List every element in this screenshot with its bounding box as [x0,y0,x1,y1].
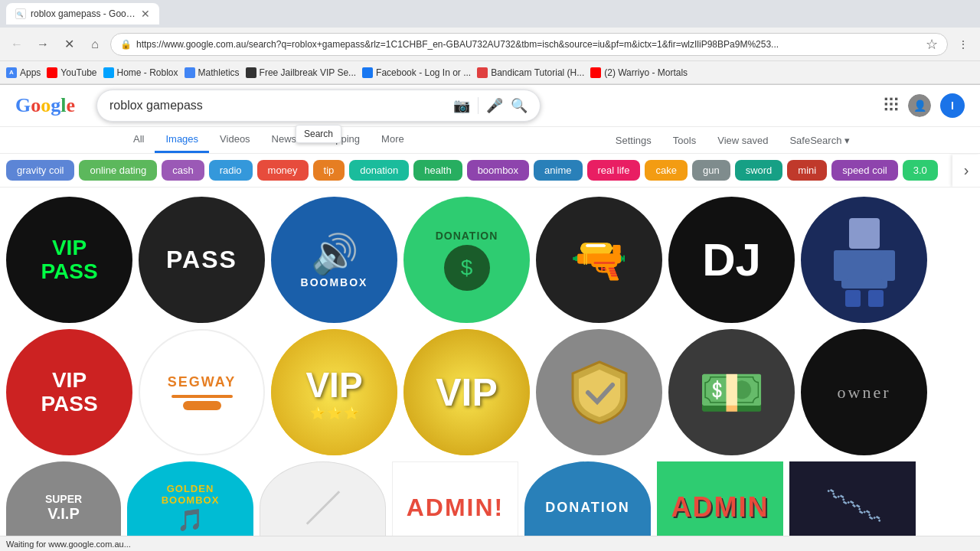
filter-chips-scroll: gravity coil online dating cash radio mo… [0,154,952,187]
svg-rect-15 [868,290,884,307]
status-bar: Waiting for www.google.com.au... [0,536,980,551]
svg-rect-11 [841,250,887,289]
filter-chip-anime[interactable]: anime [534,160,582,181]
svg-rect-1 [885,97,887,99]
image-item-boombox-blue[interactable]: 🔊 BOOMBOX [271,197,397,323]
filter-chip-real-life[interactable]: real life [587,160,641,181]
user-profile-icon[interactable]: 👤 [908,94,931,117]
secure-icon: 🔒 [120,39,132,50]
filter-chips-row: gravity coil online dating cash radio mo… [0,154,980,187]
svg-rect-12 [834,250,848,281]
filter-chip-tip[interactable]: tip [313,160,345,181]
header-right: 👤 I [884,93,965,118]
safesearch-btn[interactable]: SafeSearch ▾ [782,130,858,151]
filter-chip-sword[interactable]: sword [735,160,783,181]
search-icon[interactable]: 🔍 [511,97,528,114]
image-row-1: VIP PASS PASS 🔊 BOOMBOX DONATION $ [6,197,974,323]
extensions-button[interactable]: ⋮ [952,34,974,55]
image-item-vip-pass-green[interactable]: VIP PASS [6,197,132,323]
bookmark-facebook[interactable]: Facebook - Log In or ... [362,67,471,78]
bookmark-bandicam[interactable]: Bandicam Tutorial (H... [477,67,584,78]
svg-rect-14 [845,290,861,307]
svg-rect-9 [895,108,897,110]
image-item-vip-yellow-1[interactable]: VIP ⭐⭐⭐ [271,329,397,455]
view-saved-btn[interactable]: View saved [710,130,776,151]
nav-tabs-bar: All Images Videos News Shopping More Set… [0,127,980,154]
image-item-money-stacks[interactable]: 💵 [668,329,795,455]
tab-images[interactable]: Images [155,127,209,153]
svg-rect-4 [885,103,887,105]
tab-videos[interactable]: Videos [209,127,261,153]
filter-chip-donation[interactable]: donation [349,160,409,181]
filter-chip-money[interactable]: money [257,160,309,181]
bookmark-jailbreak[interactable]: Free Jailbreak VIP Se... [246,67,357,78]
image-item-vip-pass-red[interactable]: VIP PASS [6,329,132,455]
svg-rect-6 [895,103,897,105]
microphone-icon[interactable]: 🎤 [486,97,503,114]
image-item-pass-black[interactable]: PASS [139,197,265,323]
image-row-2: VIP PASS SEGWAY VIP ⭐⭐⭐ [6,329,974,455]
svg-rect-8 [890,108,892,110]
settings-btn[interactable]: Settings [608,130,659,151]
camera-icon[interactable]: 📷 [453,97,470,114]
filter-chip-boombox[interactable]: boombox [467,160,529,181]
bookmark-youtube[interactable]: YouTube [47,67,96,78]
reload-button[interactable]: ✕ [58,34,80,55]
filter-chip-cake[interactable]: cake [645,160,687,181]
image-item-roblox-char[interactable] [801,197,927,323]
toolbar: ← → ✕ ⌂ 🔒 https://www.google.com.au/sear… [0,28,980,61]
status-text: Waiting for www.google.com.au... [6,540,131,549]
svg-rect-13 [881,250,895,281]
filter-chip-health[interactable]: health [413,160,462,181]
svg-rect-5 [890,103,892,105]
bookmark-star-icon[interactable]: ☆ [926,36,938,53]
tools-btn[interactable]: Tools [665,130,704,151]
image-item-gun-black[interactable]: 🔫 [536,197,662,323]
tab-bar: 🔍 roblox gamepass - Google Search ✕ [0,0,980,28]
filter-chip-mini[interactable]: mini [787,160,827,181]
tab-close-btn[interactable]: ✕ [141,8,150,20]
bookmark-roblox[interactable]: Home - Roblox [103,67,178,78]
google-header: Google roblox gamepass 📷 🎤 🔍 Search [0,85,980,127]
bookmark-apps[interactable]: A Apps [6,67,41,78]
search-bar-container: roblox gamepass 📷 🎤 🔍 Search [96,90,541,122]
filter-chip-3-0[interactable]: 3.0 [903,160,938,181]
search-query-text: roblox gamepass [109,99,446,112]
filter-chip-radio[interactable]: radio [209,160,253,181]
filter-chip-online-dating[interactable]: online dating [79,160,157,181]
svg-text:🔍: 🔍 [17,11,24,18]
image-grid: VIP PASS PASS 🔊 BOOMBOX DONATION $ [0,187,980,551]
filter-chip-speed-coil[interactable]: speed coil [831,160,898,181]
image-item-dj-black[interactable]: DJ [668,197,795,323]
svg-rect-7 [885,108,887,110]
address-bar[interactable]: 🔒 https://www.google.com.au/search?q=rob… [110,33,948,56]
filter-scroll-right-btn[interactable]: › [952,155,980,187]
address-text: https://www.google.com.au/search?q=roblo… [136,39,921,50]
filter-chip-cash[interactable]: cash [162,160,204,181]
page-content: Google roblox gamepass 📷 🎤 🔍 Search [0,85,980,551]
apps-grid-icon[interactable] [884,96,899,116]
tab-all[interactable]: All [122,127,155,153]
home-button[interactable]: ⌂ [84,34,106,55]
tab-title: roblox gamepass - Google Search [31,8,136,19]
filter-chip-gravity-coil[interactable]: gravity coil [6,160,74,181]
bookmark-warriyo[interactable]: (2) Warriyo - Mortals [590,67,688,78]
user-avatar[interactable]: I [940,93,965,118]
filter-chip-gun[interactable]: gun [692,160,730,181]
image-item-donation-green[interactable]: DONATION $ [403,197,530,323]
svg-rect-10 [849,218,880,249]
tab-more[interactable]: More [371,127,415,153]
active-tab[interactable]: 🔍 roblox gamepass - Google Search ✕ [6,3,159,24]
image-item-owner-dark[interactable]: owner [801,329,927,455]
back-button[interactable]: ← [6,34,28,55]
image-item-shield-gold[interactable] [536,329,662,455]
image-item-vip-yellow-2[interactable]: VIP [403,329,530,455]
bookmark-mathletics[interactable]: Mathletics [185,67,240,78]
image-item-segway[interactable]: SEGWAY [139,329,265,455]
svg-rect-2 [890,97,892,99]
google-logo[interactable]: Google [15,94,75,117]
search-input-wrapper[interactable]: roblox gamepass 📷 🎤 🔍 [96,90,541,122]
forward-button[interactable]: → [32,34,54,55]
bookmarks-bar: A Apps YouTube Home - Roblox Mathletics … [0,61,980,84]
browser-chrome: 🔍 roblox gamepass - Google Search ✕ ← → … [0,0,980,85]
